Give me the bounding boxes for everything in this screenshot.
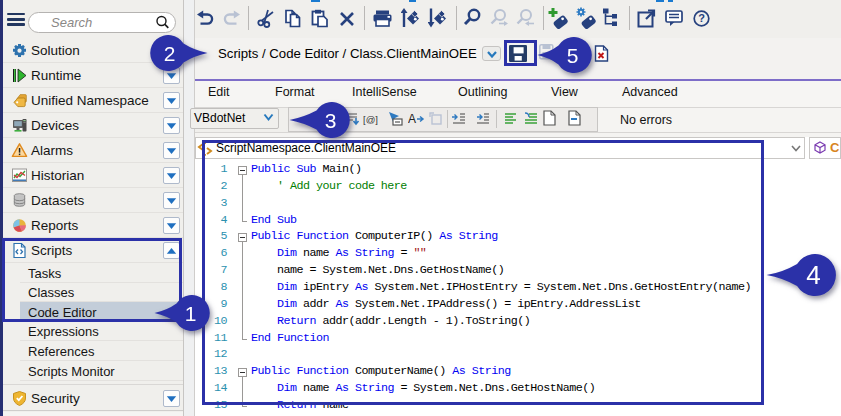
svg-text:3: 3 xyxy=(324,109,336,132)
svg-text:2: 2 xyxy=(164,42,176,65)
svg-text:A: A xyxy=(408,112,416,126)
svg-text:?: ? xyxy=(698,12,705,24)
svg-text:4: 4 xyxy=(806,260,820,290)
svg-text:5: 5 xyxy=(566,44,578,67)
svg-text:1: 1 xyxy=(184,302,196,325)
svg-text:[@]: [@] xyxy=(363,114,378,125)
